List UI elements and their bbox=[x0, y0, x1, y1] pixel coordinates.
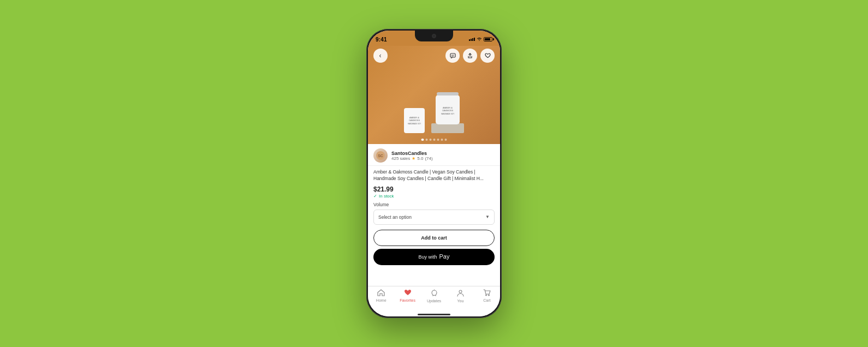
battery-icon bbox=[484, 37, 492, 41]
seller-rating: 5.0 bbox=[417, 156, 423, 161]
dot-7 bbox=[445, 139, 447, 141]
image-nav-bar: ‹ bbox=[368, 46, 500, 65]
tab-you-label: You bbox=[457, 299, 464, 303]
seller-avatar: SC bbox=[373, 148, 388, 163]
favorite-button[interactable] bbox=[480, 49, 495, 63]
price-section: $21.99 ✓ In stock bbox=[368, 184, 500, 200]
wifi-icon bbox=[477, 37, 482, 42]
status-icons bbox=[469, 37, 492, 42]
home-bar bbox=[368, 312, 500, 316]
phone-screen: 9:41 bbox=[368, 31, 500, 316]
product-content: SC SantosCandles 425 sales ★ 5.0 (74) Am… bbox=[368, 144, 500, 286]
tab-favorites-label: Favorites bbox=[400, 298, 415, 302]
home-indicator bbox=[418, 314, 450, 315]
share-button[interactable] bbox=[463, 49, 477, 63]
apple-logo-icon: Pay bbox=[439, 254, 450, 260]
seller-name: SantosCandles bbox=[391, 151, 495, 156]
updates-icon bbox=[431, 289, 438, 298]
svg-text:SC: SC bbox=[378, 154, 383, 158]
buttons-section: Add to cart Buy with Pay bbox=[368, 228, 500, 268]
select-option-text: Select an option bbox=[378, 214, 412, 220]
seller-details: SantosCandles 425 sales ★ 5.0 (74) bbox=[391, 151, 495, 161]
product-title: Amber & Oakmoss Candle | Vegan Soy Candl… bbox=[368, 166, 500, 184]
svg-point-6 bbox=[485, 295, 486, 296]
cart-icon bbox=[483, 289, 491, 298]
volume-label: Volume bbox=[373, 202, 495, 207]
dot-4 bbox=[433, 139, 436, 141]
svg-point-5 bbox=[459, 290, 462, 293]
stock-status: ✓ In stock bbox=[373, 194, 495, 199]
phone-mockup: 9:41 bbox=[366, 29, 502, 318]
dot-1 bbox=[421, 139, 424, 141]
home-icon bbox=[377, 289, 385, 298]
product-price: $21.99 bbox=[373, 186, 495, 193]
tab-cart-label: Cart bbox=[483, 298, 490, 302]
svg-point-7 bbox=[488, 295, 489, 296]
svg-rect-0 bbox=[450, 53, 455, 57]
image-dots bbox=[421, 139, 447, 141]
dot-3 bbox=[430, 139, 432, 141]
tab-home-label: Home bbox=[376, 298, 387, 302]
seller-reviews: (74) bbox=[425, 156, 432, 161]
phone-notch bbox=[415, 31, 453, 41]
favorites-icon bbox=[404, 289, 412, 298]
tab-you[interactable]: You bbox=[447, 289, 473, 303]
you-icon bbox=[457, 289, 464, 298]
back-icon: ‹ bbox=[379, 52, 382, 59]
star-icon: ★ bbox=[412, 156, 415, 161]
status-time: 9:41 bbox=[376, 37, 387, 43]
volume-section: Volume Select an option ▼ bbox=[368, 200, 500, 228]
tab-updates-label: Updates bbox=[427, 299, 441, 303]
camera-dot bbox=[432, 34, 436, 38]
tab-bar: Home Favorites Updates bbox=[368, 286, 500, 312]
checkmark-icon: ✓ bbox=[373, 194, 377, 199]
dropdown-arrow-icon: ▼ bbox=[485, 214, 490, 219]
tab-favorites[interactable]: Favorites bbox=[394, 289, 420, 302]
signal-icon bbox=[469, 38, 475, 41]
chat-button[interactable] bbox=[445, 49, 460, 63]
seller-sales: 425 sales bbox=[391, 156, 410, 161]
back-button[interactable]: ‹ bbox=[373, 49, 388, 63]
add-to-cart-label: Add to cart bbox=[421, 235, 447, 241]
volume-dropdown[interactable]: Select an option ▼ bbox=[373, 210, 495, 225]
nav-right-buttons bbox=[445, 49, 495, 63]
dot-2 bbox=[426, 139, 428, 141]
tab-home[interactable]: Home bbox=[368, 289, 394, 302]
seller-info: SC SantosCandles 425 sales ★ 5.0 (74) bbox=[368, 144, 500, 166]
seller-meta: 425 sales ★ 5.0 (74) bbox=[391, 156, 495, 161]
buy-with-label: Buy with bbox=[419, 254, 437, 260]
tab-cart[interactable]: Cart bbox=[474, 289, 500, 302]
tab-updates[interactable]: Updates bbox=[421, 289, 447, 303]
product-image: ‹ bbox=[368, 46, 500, 144]
add-to-cart-button[interactable]: Add to cart bbox=[373, 230, 495, 246]
apple-pay-button[interactable]: Buy with Pay bbox=[373, 249, 495, 265]
dot-6 bbox=[441, 139, 443, 141]
dot-5 bbox=[437, 139, 439, 141]
